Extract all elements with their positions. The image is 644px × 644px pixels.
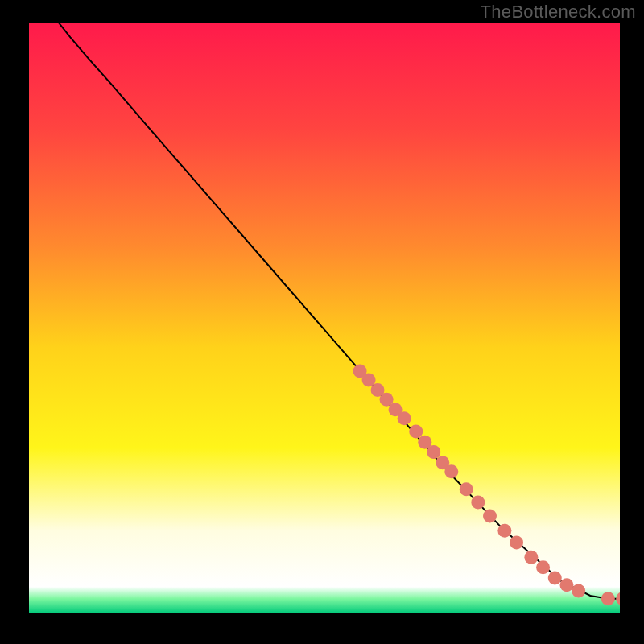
data-marker (444, 464, 458, 478)
watermark-text: TheBottleneck.com (481, 2, 636, 23)
data-marker (471, 496, 485, 510)
data-marker (536, 560, 550, 574)
plot-area (29, 23, 620, 613)
data-marker (559, 578, 573, 592)
data-marker (483, 509, 497, 522)
data-marker (548, 571, 562, 584)
data-marker (497, 524, 511, 538)
data-marker (427, 445, 440, 459)
data-marker (510, 535, 523, 549)
data-marker (460, 482, 473, 496)
data-marker (524, 551, 538, 564)
data-marker (409, 424, 423, 438)
data-marker (601, 592, 615, 605)
chart-frame: TheBottleneck.com (0, 0, 644, 644)
data-marker (398, 411, 411, 425)
chart-svg (29, 23, 620, 613)
data-marker (572, 584, 585, 598)
gradient-background (29, 23, 620, 613)
